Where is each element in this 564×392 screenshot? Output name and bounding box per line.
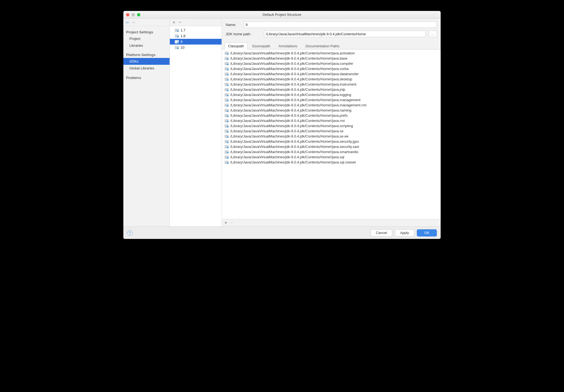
- folder-icon: [225, 124, 229, 128]
- classpath-row[interactable]: /Library/Java/JavaVirtualMachines/jdk-9.…: [222, 128, 441, 134]
- classpath-row[interactable]: /Library/Java/JavaVirtualMachines/jdk-9.…: [222, 154, 441, 160]
- classpath-row[interactable]: /Library/Java/JavaVirtualMachines/jdk-9.…: [222, 134, 441, 139]
- classpath-row[interactable]: /Library/Java/JavaVirtualMachines/jdk-9.…: [222, 103, 441, 108]
- classpath-path: /Library/Java/JavaVirtualMachines/jdk-9.…: [230, 134, 348, 138]
- home-path-label: JDK home path:: [226, 32, 261, 36]
- classpath-path: /Library/Java/JavaVirtualMachines/jdk-9.…: [230, 103, 367, 107]
- classpath-list[interactable]: /Library/Java/JavaVirtualMachines/jdk-9.…: [222, 49, 441, 219]
- ok-button[interactable]: OK: [417, 229, 437, 236]
- folder-icon: [175, 29, 179, 32]
- classpath-row[interactable]: /Library/Java/JavaVirtualMachines/jdk-9.…: [222, 82, 441, 87]
- sdk-item-label: 10: [181, 45, 184, 49]
- classpath-row[interactable]: /Library/Java/JavaVirtualMachines/jdk-9.…: [222, 113, 441, 118]
- classpath-row[interactable]: /Library/Java/JavaVirtualMachines/jdk-9.…: [222, 97, 441, 103]
- nav-item-global-libraries[interactable]: Global Libraries: [123, 65, 170, 72]
- folder-icon: [225, 161, 229, 164]
- sdk-item-9[interactable]: 9: [170, 39, 222, 45]
- tab-classpath[interactable]: Classpath: [225, 42, 248, 49]
- sdk-tabs: Classpath Sourcepath Annotations Documen…: [222, 42, 441, 49]
- classpath-row[interactable]: /Library/Java/JavaVirtualMachines/jdk-9.…: [222, 77, 441, 82]
- classpath-row[interactable]: /Library/Java/JavaVirtualMachines/jdk-9.…: [222, 139, 441, 144]
- folder-icon: [225, 78, 229, 81]
- tab-annotations[interactable]: Annotations: [275, 42, 301, 49]
- classpath-path: /Library/Java/JavaVirtualMachines/jdk-9.…: [230, 77, 352, 81]
- classpath-row[interactable]: /Library/Java/JavaVirtualMachines/jdk-9.…: [222, 118, 441, 123]
- classpath-path: /Library/Java/JavaVirtualMachines/jdk-9.…: [230, 51, 355, 55]
- nav-item-project[interactable]: Project: [123, 35, 170, 42]
- folder-icon: [225, 88, 229, 91]
- minimize-icon[interactable]: [132, 13, 135, 16]
- sdk-item-1.8[interactable]: 1.8: [170, 33, 222, 39]
- folder-icon: [225, 119, 229, 122]
- zoom-icon[interactable]: [137, 13, 140, 16]
- sdk-item-label: 9: [181, 40, 182, 44]
- sdk-item-10[interactable]: 10: [170, 45, 222, 50]
- titlebar: Default Project Structure: [123, 11, 441, 19]
- folder-icon: [225, 98, 229, 102]
- classpath-row[interactable]: /Library/Java/JavaVirtualMachines/jdk-9.…: [222, 108, 441, 113]
- classpath-path: /Library/Java/JavaVirtualMachines/jdk-9.…: [230, 113, 348, 118]
- add-classpath-button[interactable]: +: [225, 220, 227, 225]
- tab-documentation-paths[interactable]: Documentation Paths: [302, 42, 343, 49]
- classpath-path: /Library/Java/JavaVirtualMachines/jdk-9.…: [230, 56, 347, 60]
- classpath-path: /Library/Java/JavaVirtualMachines/jdk-9.…: [230, 145, 359, 149]
- folder-icon: [225, 150, 229, 154]
- folder-icon: [225, 93, 229, 96]
- back-icon[interactable]: ⇦: [126, 20, 129, 25]
- help-icon[interactable]: ?: [127, 230, 133, 236]
- folder-icon: [225, 145, 229, 148]
- classpath-row[interactable]: /Library/Java/JavaVirtualMachines/jdk-9.…: [222, 160, 441, 165]
- sdk-item-1.7[interactable]: 1.7: [170, 27, 222, 33]
- browse-home-button[interactable]: ...: [429, 31, 437, 37]
- classpath-path: /Library/Java/JavaVirtualMachines/jdk-9.…: [230, 124, 353, 128]
- window-title: Default Project Structure: [263, 13, 301, 17]
- classpath-path: /Library/Java/JavaVirtualMachines/jdk-9.…: [230, 119, 345, 123]
- classpath-path: /Library/Java/JavaVirtualMachines/jdk-9.…: [230, 62, 353, 66]
- classpath-path: /Library/Java/JavaVirtualMachines/jdk-9.…: [230, 155, 344, 159]
- folder-icon: [175, 40, 179, 43]
- remove-sdk-button[interactable]: −: [179, 20, 181, 25]
- folder-icon: [225, 140, 229, 143]
- tab-sourcepath[interactable]: Sourcepath: [249, 42, 274, 49]
- close-icon[interactable]: [126, 13, 129, 16]
- jdk-home-path-input[interactable]: [264, 31, 426, 37]
- classpath-path: /Library/Java/JavaVirtualMachines/jdk-9.…: [230, 150, 358, 154]
- classpath-path: /Library/Java/JavaVirtualMachines/jdk-9.…: [230, 98, 361, 102]
- classpath-path: /Library/Java/JavaVirtualMachines/jdk-9.…: [230, 87, 345, 92]
- nav-section-project-settings: Project Settings: [123, 29, 170, 35]
- classpath-row[interactable]: /Library/Java/JavaVirtualMachines/jdk-9.…: [222, 123, 441, 128]
- classpath-row[interactable]: /Library/Java/JavaVirtualMachines/jdk-9.…: [222, 149, 441, 154]
- folder-icon: [225, 114, 229, 117]
- nav-item-sdks[interactable]: SDKs: [123, 58, 170, 65]
- classpath-row[interactable]: /Library/Java/JavaVirtualMachines/jdk-9.…: [222, 144, 441, 149]
- forward-icon[interactable]: ⇨: [132, 20, 135, 25]
- add-sdk-button[interactable]: +: [173, 20, 175, 25]
- nav-section-platform-settings: Platform Settings: [123, 52, 170, 58]
- folder-icon: [175, 46, 179, 49]
- folder-icon: [225, 135, 229, 138]
- folder-icon: [225, 67, 229, 71]
- folder-icon: [225, 52, 229, 55]
- classpath-row[interactable]: /Library/Java/JavaVirtualMachines/jdk-9.…: [222, 61, 441, 66]
- classpath-row[interactable]: /Library/Java/JavaVirtualMachines/jdk-9.…: [222, 51, 441, 56]
- sdk-detail-panel: Name: JDK home path: ... Classpath Sourc…: [222, 19, 441, 226]
- remove-classpath-button[interactable]: −: [230, 220, 233, 225]
- window-controls: [126, 13, 140, 16]
- classpath-path: /Library/Java/JavaVirtualMachines/jdk-9.…: [230, 160, 356, 164]
- nav-item-problems[interactable]: Problems: [123, 74, 170, 81]
- classpath-row[interactable]: /Library/Java/JavaVirtualMachines/jdk-9.…: [222, 56, 441, 61]
- folder-icon: [225, 83, 229, 86]
- classpath-path: /Library/Java/JavaVirtualMachines/jdk-9.…: [230, 67, 349, 71]
- project-structure-dialog: Default Project Structure ⇦ ⇨ Project Se…: [123, 11, 441, 239]
- folder-icon: [225, 104, 229, 107]
- apply-button[interactable]: Apply: [395, 229, 414, 236]
- sdk-name-input[interactable]: [244, 21, 437, 28]
- classpath-row[interactable]: /Library/Java/JavaVirtualMachines/jdk-9.…: [222, 71, 441, 77]
- classpath-row[interactable]: /Library/Java/JavaVirtualMachines/jdk-9.…: [222, 87, 441, 92]
- classpath-row[interactable]: /Library/Java/JavaVirtualMachines/jdk-9.…: [222, 66, 441, 71]
- cancel-button[interactable]: Cancel: [371, 229, 392, 236]
- classpath-path: /Library/Java/JavaVirtualMachines/jdk-9.…: [230, 139, 359, 144]
- nav-item-libraries[interactable]: Libraries: [123, 42, 170, 49]
- classpath-row[interactable]: /Library/Java/JavaVirtualMachines/jdk-9.…: [222, 92, 441, 97]
- folder-icon: [175, 34, 179, 38]
